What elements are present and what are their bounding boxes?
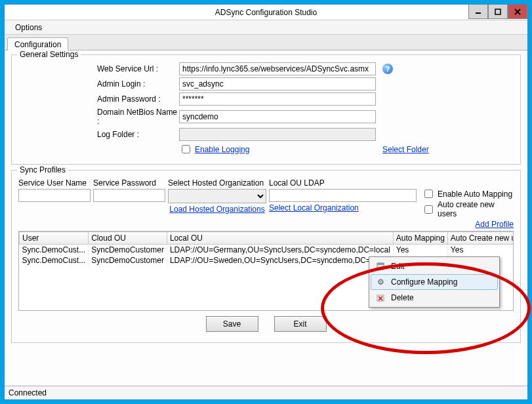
table-row[interactable]: Sync.DemoCust... SyncDemoCustomer LDAP:/…: [20, 245, 514, 256]
col-user[interactable]: User: [20, 232, 89, 245]
exit-button[interactable]: Exit: [274, 316, 327, 332]
auto-create-new-users-checkbox[interactable]: [424, 205, 433, 214]
service-user-name-input[interactable]: [18, 189, 91, 202]
app-window: ADSync Configuration Studio Options Conf…: [4, 4, 528, 400]
service-user-name-label: Service User Name: [18, 178, 91, 188]
enable-auto-mapping-label: Enable Auto Mapping: [438, 190, 512, 199]
sync-profiles-inputs: Service User Name Service Password Selec…: [18, 178, 514, 218]
window-title: ADSync Configuration Studio: [215, 8, 317, 17]
status-text: Connected: [9, 388, 47, 397]
select-hosted-org-label: Select Hosted Organization: [168, 178, 266, 188]
enable-auto-mapping-checkbox[interactable]: [424, 190, 433, 198]
domain-netbios-label: Domain NetBios Name :: [97, 108, 179, 126]
domain-netbios-input[interactable]: [179, 110, 376, 123]
profiles-grid[interactable]: User Cloud OU Local OU Auto Mapping Auto…: [18, 231, 514, 311]
edit-icon: [375, 261, 386, 272]
statusbar: Connected: [5, 386, 527, 399]
col-cloud-ou[interactable]: Cloud OU: [89, 232, 167, 245]
col-auto-create[interactable]: Auto Create new users: [447, 232, 514, 245]
load-hosted-orgs-link[interactable]: Load Hosted Organizations: [169, 205, 264, 214]
local-ou-ldap-input[interactable]: [269, 189, 417, 202]
auto-create-new-users-label: Auto create new users: [438, 200, 514, 218]
form-buttons: Save Exit: [18, 311, 514, 336]
menu-options[interactable]: Options: [10, 22, 47, 33]
log-folder-label: Log Folder :: [97, 130, 179, 139]
context-menu: Edit ⚙ Configure Mapping Delete: [369, 256, 500, 308]
add-profile-link[interactable]: Add Profile: [475, 220, 514, 229]
enable-logging-checkbox[interactable]: [182, 145, 190, 153]
service-password-label: Service Password: [93, 178, 165, 188]
delete-icon: [375, 293, 386, 303]
tabstrip: Configuration: [5, 35, 527, 51]
context-menu-configure-mapping[interactable]: ⚙ Configure Mapping: [371, 274, 498, 290]
hosted-org-select[interactable]: [168, 189, 266, 203]
select-local-org-link[interactable]: Select Local Organization: [269, 203, 359, 212]
svg-rect-1: [495, 9, 501, 14]
sync-profiles-legend: Sync Profiles: [17, 165, 68, 174]
web-service-url-input[interactable]: [179, 62, 376, 75]
context-menu-edit[interactable]: Edit: [371, 258, 498, 274]
col-local-ou[interactable]: Local OU: [167, 232, 393, 245]
general-settings-group: General Settings Web Service Url : ? Adm…: [11, 54, 521, 165]
gear-icon: ⚙: [375, 277, 386, 287]
close-button[interactable]: [508, 5, 527, 19]
maximize-button[interactable]: [488, 5, 508, 19]
sync-profiles-group: Sync Profiles Service User Name Service …: [11, 170, 521, 343]
content-area: General Settings Web Service Url : ? Adm…: [5, 51, 527, 386]
help-icon[interactable]: ?: [382, 64, 393, 74]
select-folder-link[interactable]: Select Folder: [382, 145, 429, 154]
titlebar: ADSync Configuration Studio: [5, 5, 527, 20]
svg-rect-5: [377, 263, 384, 265]
col-auto-mapping[interactable]: Auto Mapping: [393, 232, 447, 245]
enable-logging-label[interactable]: Enable Logging: [195, 145, 249, 154]
admin-login-input[interactable]: [179, 77, 376, 91]
titlebar-buttons: [468, 5, 527, 19]
service-password-input[interactable]: [93, 189, 165, 202]
menubar: Options: [5, 20, 527, 35]
admin-login-label: Admin Login :: [97, 79, 179, 89]
general-settings-legend: General Settings: [17, 51, 81, 59]
local-ou-ldap-label: Local OU LDAP: [269, 178, 417, 188]
admin-password-input[interactable]: [179, 92, 376, 106]
admin-password-label: Admin Password :: [97, 94, 179, 104]
web-service-url-label: Web Service Url :: [97, 64, 179, 73]
minimize-button[interactable]: [468, 5, 488, 19]
log-folder-input[interactable]: [179, 128, 376, 141]
tab-configuration[interactable]: Configuration: [7, 37, 68, 51]
context-menu-delete[interactable]: Delete: [371, 290, 498, 306]
save-button[interactable]: Save: [206, 316, 258, 332]
